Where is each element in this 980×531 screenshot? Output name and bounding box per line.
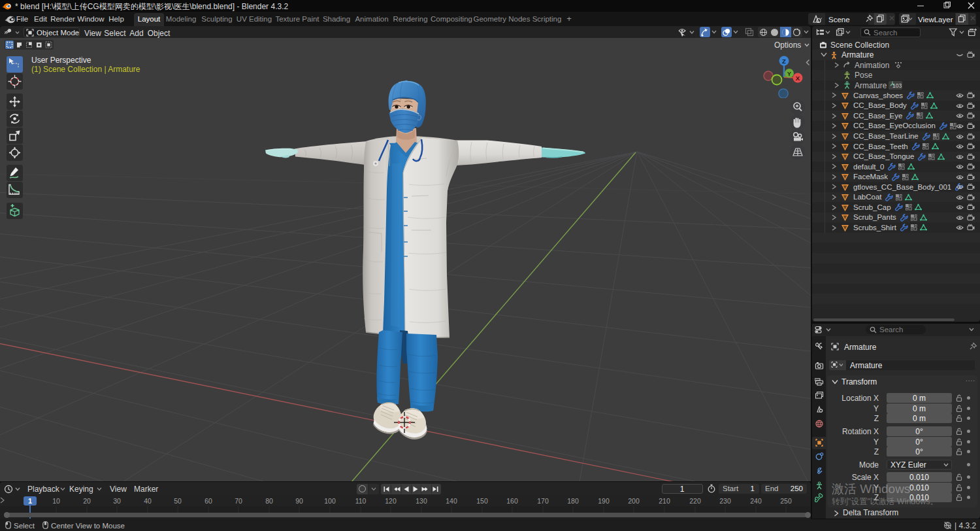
svg-text:X: X <box>796 75 800 82</box>
svg-text:Y: Y <box>787 70 792 77</box>
svg-text:Z: Z <box>782 58 786 65</box>
